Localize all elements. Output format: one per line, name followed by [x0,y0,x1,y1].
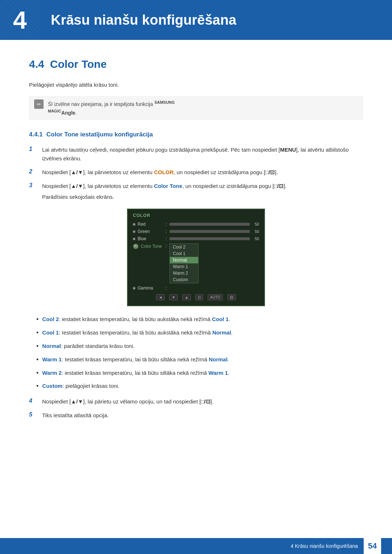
screen-btn-enter: ⊡ [195,294,203,300]
bullet-term-warm2: Warm 2 [42,370,62,376]
bullet-dot-cool1: • [36,328,38,338]
menu-row-left-green: Green [133,229,166,234]
footer-chapter-text: 4 Krāsu nianšu konfigurēšana [291,543,358,549]
step-number-4: 4 [29,398,39,404]
bullet-text-normal: Normal: parādiet standarta krāsu toni. [42,342,134,350]
dropdown-item-cool1[interactable]: Cool 1 [170,250,198,257]
bullet-text-warm1: Warm 1: Iestatiet krāsas temperatūru, la… [42,355,229,364]
colortone-icon [133,243,139,249]
dropdown-item-warm1[interactable]: Warm 1 [170,263,198,270]
menu-colon-gamma: : [166,286,167,291]
screen-title: COLOR [133,213,259,218]
step-text-2: Nospiediet [▲/▼], lai pārvietotos uz ele… [42,168,278,177]
menu-row-blue: Blue : 50 [133,236,259,241]
dropdown-item-normal[interactable]: Normal [170,257,198,263]
screen-btn-auto: AUTO [208,294,223,300]
bullet-term-cool2: Cool 2 [42,316,59,322]
menu-bar-red [170,223,250,226]
menu-bar-container-blue: 50 [170,237,259,241]
screen-preview: COLOR Red : 50 [127,209,265,306]
bullet-ref-warm2: Warm 1 [208,370,228,376]
menu-bar-blue [170,237,250,240]
chapter-number: 4 [13,8,27,32]
steps-list: 1 Lai atvērtu taustiņu ceļvedi, nospiedi… [29,145,363,201]
screen-btn-down: ▼ [169,294,178,300]
bullet-list: • Cool 2: iestatiet krāsas temperatūru, … [36,315,363,391]
menu-row-colortone: Color Tone : Cool 2 Cool 1 Normal Warm 1… [133,243,259,283]
menu-colon-red: : [166,222,167,227]
menu-row-left-gamma: Gamma [133,286,166,291]
dropdown-item-cool2[interactable]: Cool 2 [170,244,198,250]
menu-label-colortone: Color Tone [141,244,162,249]
menu-colon-green: : [166,229,167,234]
bullet-item-cool1: • Cool 1: Iestatiet krāsas temperatūru, … [36,328,363,338]
bullet-term-custom: Custom [42,383,62,389]
note-box: Šī izvēlne nav pieejama, ja ir iespējota… [29,96,363,120]
brand-angle-label: Angle [61,110,75,115]
bullet-item-warm1: • Warm 1: Iestatiet krāsas temperatūru, … [36,355,363,365]
note-icon [34,99,44,109]
main-content: 4.4 Color Tone Pielāgojiet vispārējo att… [0,40,392,454]
step-2: 2 Nospiediet [▲/▼], lai pārvietotos uz e… [29,168,363,177]
menu-row-green: Green : 50 [133,229,259,234]
step-number-3: 3 [29,182,39,189]
step-4: 4 Nospiediet [▲/▼], lai pārietu uz vēlam… [29,397,363,406]
section-number: 4.4 [29,58,44,70]
intro-text: Pielāgojiet vispārējo attēla krāsu toni. [29,81,363,89]
dropdown-item-warm2[interactable]: Warm 2 [170,270,198,276]
bullet-dot-warm2: • [36,368,38,378]
menu-row-gamma: Gamma : [133,286,259,291]
menu-dot-red [133,223,135,226]
menu-colon-colortone: : [166,243,167,249]
step-3: 3 Nospiediet [▲/▼], lai pārvietotos uz e… [29,182,363,201]
step-text-1: Lai atvērtu taustiņu ceļvedi, nospiediet… [42,145,363,163]
step-5: 5 Tiks iestatīta atlasītā opcija. [29,411,363,420]
dropdown-item-custom[interactable]: Custom [170,276,198,283]
bullet-term-cool1: Cool 1 [42,329,59,336]
bullet-item-custom: • Custom: pielāgojiet krāsas toni. [36,382,363,391]
bullet-item-warm2: • Warm 2: iestatiet krāsas temperatūru, … [36,369,363,378]
step-number-2: 2 [29,168,39,175]
step-number-5: 5 [29,411,39,418]
section-title: Color Tone [50,58,107,70]
screen-btn-up: ▲ [182,294,191,300]
bullet-text-cool2: Cool 2: iestatiet krāsas temperatūru, la… [42,315,230,324]
step-text-3: Nospiediet [▲/▼], lai pārvietotos uz ele… [42,183,286,189]
screen-preview-container: COLOR Red : 50 [29,209,363,306]
step-text-4: Nospiediet [▲/▼], lai pārietu uz vēlamo … [42,397,213,406]
menu-row-left-red: Red [133,222,166,227]
menu-label-gamma: Gamma [138,286,153,291]
page-footer: 4 Krāsu nianšu konfigurēšana 54 [0,538,392,554]
bullet-dot-cool2: • [36,314,38,325]
step-number-1: 1 [29,146,39,152]
bullet-ref-warm1: Normal [209,356,228,362]
bullet-item-cool2: • Cool 2: iestatiet krāsas temperatūru, … [36,315,363,325]
step-1: 1 Lai atvērtu taustiņu ceļvedi, nospiedi… [29,145,363,163]
svg-point-1 [134,245,136,246]
subsection-heading: 4.4.1 Color Tone iestatījumu konfigurāci… [29,131,363,138]
subsection-title: Color Tone iestatījumu konfigurācija [46,131,153,138]
bullet-item-normal: • Normal: parādiet standarta krāsu toni. [36,342,363,352]
menu-label-green: Green [138,229,150,234]
bullet-term-warm1: Warm 1 [42,356,62,362]
step-subtext-3: Parādīsies sekojošais ekrāns. [42,193,286,201]
step-text-5: Tiks iestatīta atlasītā opcija. [42,411,109,420]
menu-dot-gamma [133,287,135,290]
menu-dot-green [133,230,135,233]
menu-row-left-colortone: Color Tone [133,243,166,249]
menu-bar-value-red: 50 [252,222,259,226]
footer-page-number: 54 [364,538,381,554]
header-banner: 4 Krāsu nianšu konfigurēšana [0,0,392,40]
step-3-content: Nospiediet [▲/▼], lai pārvietotos uz ele… [42,182,286,201]
screen-bottom-bar: ◄ ▼ ▲ ⊡ AUTO ⏻ [133,294,259,300]
menu-bar-green [170,230,250,233]
chapter-title: Krāsu nianšu konfigurēšana [51,12,236,28]
menu-rows: Red : 50 Green : [133,222,259,291]
svg-point-2 [136,246,138,247]
bullet-dot-normal: • [36,341,38,352]
screen-btn-power: ⏻ [227,294,236,300]
bullet-ref-cool2: Cool 1 [212,316,229,322]
menu-label-red: Red [138,222,146,227]
colortone-dropdown[interactable]: Cool 2 Cool 1 Normal Warm 1 Warm 2 Custo… [170,243,199,283]
svg-point-0 [133,244,138,249]
